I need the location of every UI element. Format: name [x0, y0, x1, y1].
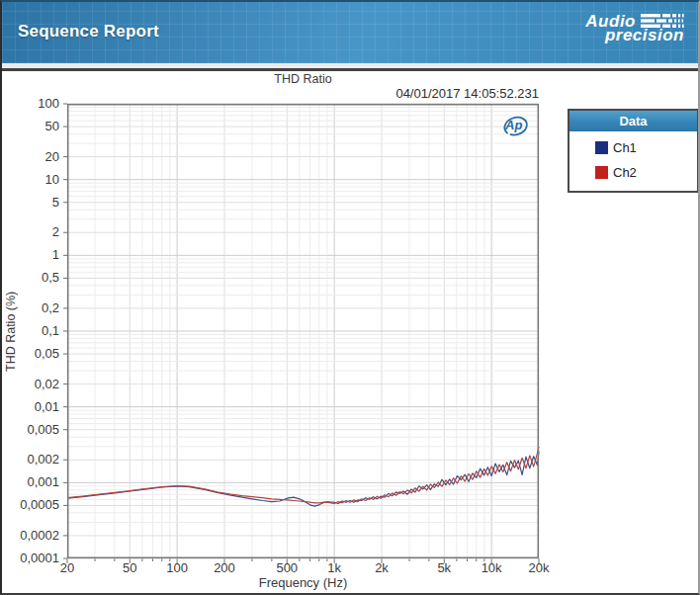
legend-item-ch1: Ch1 — [595, 135, 697, 160]
y-tick-label: 0,01 — [4, 399, 59, 414]
x-tick-label: 1k — [312, 560, 356, 575]
legend-label: Ch2 — [613, 165, 637, 180]
series-ch2-line — [67, 447, 539, 504]
y-tick-label: 5 — [4, 195, 59, 210]
ap-watermark-icon: Ap — [497, 112, 529, 137]
x-tick-label: 200 — [203, 560, 246, 575]
y-tick-label: 0,2 — [4, 300, 59, 315]
y-tick-label: 1 — [4, 247, 59, 262]
y-tick-label: 0,002 — [4, 452, 59, 467]
x-axis-title: Frequency (Hz) — [67, 575, 539, 590]
x-axis-tick-labels: 20501002005001k2k5k10k20k — [67, 560, 539, 576]
y-tick-label: 2 — [4, 224, 59, 239]
legend-item-ch2: Ch2 — [595, 160, 697, 185]
y-tick-label: 10 — [4, 172, 59, 187]
y-tick-label: 0,0005 — [4, 497, 59, 512]
legend-label: Ch1 — [613, 140, 637, 155]
report-window: Sequence Report Audio precision THD Rati… — [0, 0, 700, 595]
y-tick-label: 0,0002 — [4, 528, 59, 543]
page-title: Sequence Report — [18, 22, 159, 42]
x-tick-label: 500 — [265, 560, 308, 575]
y-tick-label: 0,001 — [4, 474, 59, 489]
ap-watermark-text: Ap — [504, 118, 522, 132]
timestamp: 04/01/2017 14:05:52.231 — [67, 86, 539, 101]
x-tick-label: 20k — [517, 560, 561, 575]
legend-swatch-ch2 — [595, 166, 608, 179]
x-tick-label: 10k — [470, 560, 513, 575]
legend-title: Data — [569, 111, 697, 131]
thd-ratio-plot — [67, 104, 539, 558]
legend-box: Data Ch1Ch2 — [568, 109, 699, 193]
y-tick-label: 20 — [4, 149, 59, 164]
chart-title: THD Ratio — [67, 72, 539, 86]
y-axis-tick-labels: 1005020105210,50,20,10,050,020,010,0050,… — [2, 104, 63, 558]
x-tick-label: 2k — [360, 560, 403, 575]
audio-precision-logo: Audio precision — [585, 13, 684, 43]
y-tick-label: 0,1 — [4, 323, 59, 338]
y-tick-label: 0,5 — [4, 270, 59, 285]
x-tick-label: 20 — [45, 560, 89, 575]
legend-swatch-ch1 — [595, 141, 608, 154]
x-tick-label: 50 — [108, 560, 151, 575]
y-tick-label: 0,05 — [4, 346, 59, 361]
y-tick-label: 0,02 — [4, 377, 59, 391]
y-tick-label: 0,005 — [4, 422, 59, 437]
report-body: THD Ratio 04/01/2017 14:05:52.231 THD Ra… — [2, 71, 698, 593]
y-tick-label: 50 — [4, 119, 59, 133]
report-header: Sequence Report Audio precision — [2, 2, 698, 63]
x-tick-label: 5k — [422, 560, 466, 575]
legend-items: Ch1Ch2 — [569, 131, 697, 191]
x-tick-label: 100 — [155, 560, 199, 575]
y-tick-label: 100 — [4, 96, 59, 111]
